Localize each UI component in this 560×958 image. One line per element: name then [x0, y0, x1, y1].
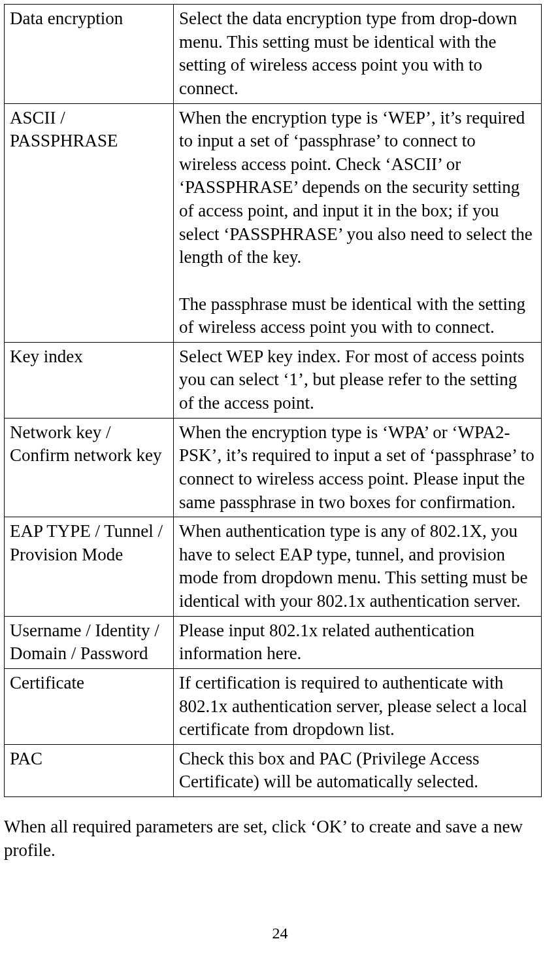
table-row: Certificate If certification is required…	[5, 668, 542, 744]
setting-desc-cell: Check this box and PAC (Privilege Access…	[173, 744, 541, 796]
setting-desc: Select the data encryption type from dro…	[179, 9, 521, 98]
setting-desc: Check this box and PAC (Privilege Access…	[179, 749, 484, 792]
setting-name-cell: Username / Identity / Domain / Password	[5, 616, 174, 668]
table-row: Key index Select WEP key index. For most…	[5, 342, 542, 418]
setting-desc: When authentication type is any of 802.1…	[179, 521, 532, 611]
setting-desc-cell: Please input 802.1x related authenticati…	[173, 616, 541, 668]
setting-name-cell: Network key / Confirm network key	[5, 418, 174, 517]
page-number: 24	[0, 925, 560, 942]
footer-text: When all required parameters are set, cl…	[4, 817, 523, 860]
setting-name: EAP TYPE / Tunnel / Provision Mode	[10, 521, 163, 564]
settings-table: Data encryption Select the data encrypti…	[4, 4, 542, 797]
document-page: Data encryption Select the data encrypti…	[0, 0, 560, 958]
setting-desc: If certification is required to authenti…	[179, 673, 531, 739]
setting-name: Key index	[10, 347, 83, 366]
table-row: PAC Check this box and PAC (Privilege Ac…	[5, 744, 542, 796]
setting-name: ASCII / PASSPHRASE	[10, 108, 118, 151]
setting-name-cell: EAP TYPE / Tunnel / Provision Mode	[5, 517, 174, 617]
setting-name-cell: PAC	[5, 744, 174, 796]
table-row: ASCII / PASSPHRASE When the encryption t…	[5, 103, 542, 342]
setting-name: Username / Identity / Domain / Password	[10, 621, 163, 664]
setting-desc-cell: When authentication type is any of 802.1…	[173, 517, 541, 617]
setting-desc: Select WEP key index. For most of access…	[179, 347, 529, 413]
setting-name-cell: Certificate	[5, 668, 174, 744]
table-row: EAP TYPE / Tunnel / Provision Mode When …	[5, 517, 542, 617]
setting-desc: When the encryption type is ‘WPA’ or ‘WP…	[179, 422, 539, 512]
setting-desc-cell: If certification is required to authenti…	[173, 668, 541, 744]
setting-name-cell: Key index	[5, 342, 174, 418]
table-row: Network key / Confirm network key When t…	[5, 418, 542, 517]
setting-name-cell: Data encryption	[5, 5, 174, 104]
footer-paragraph: When all required parameters are set, cl…	[4, 815, 553, 862]
setting-desc: Please input 802.1x related authenticati…	[179, 621, 479, 664]
setting-desc-cell: Select the data encryption type from dro…	[173, 5, 541, 104]
setting-name-cell: ASCII / PASSPHRASE	[5, 103, 174, 342]
setting-desc-cell: When the encryption type is ‘WPA’ or ‘WP…	[173, 418, 541, 517]
table-row: Username / Identity / Domain / Password …	[5, 616, 542, 668]
setting-name: PAC	[10, 749, 42, 768]
setting-name: Data encryption	[10, 9, 123, 28]
setting-desc-cell: Select WEP key index. For most of access…	[173, 342, 541, 418]
setting-desc: When the encryption type is ‘WEP’, it’s …	[179, 108, 536, 337]
table-row: Data encryption Select the data encrypti…	[5, 5, 542, 104]
setting-name: Network key / Confirm network key	[10, 422, 161, 466]
setting-name: Certificate	[10, 673, 84, 693]
setting-desc-cell: When the encryption type is ‘WEP’, it’s …	[173, 103, 541, 342]
